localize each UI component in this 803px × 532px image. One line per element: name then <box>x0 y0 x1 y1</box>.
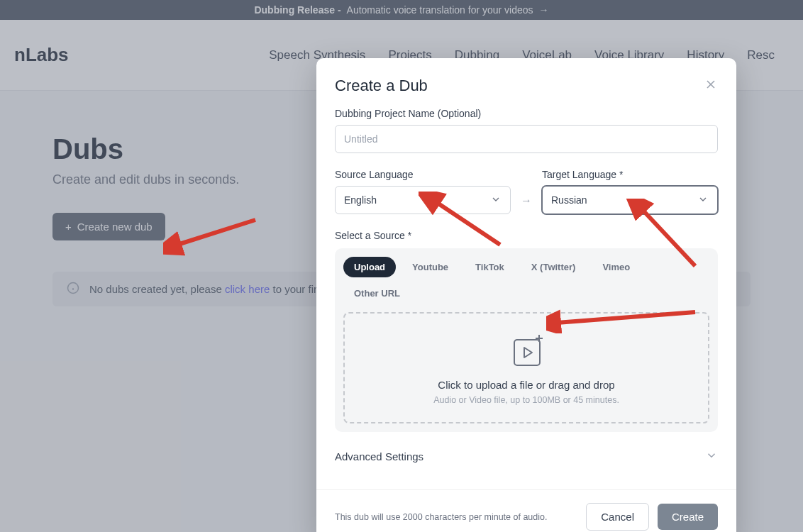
footer-note: This dub will use 2000 characters per mi… <box>335 512 547 522</box>
tab-upload[interactable]: Upload <box>343 257 396 277</box>
cancel-button[interactable]: Cancel <box>586 503 649 531</box>
target-language-select[interactable]: Russian <box>542 186 718 214</box>
tab-other-url[interactable]: Other URL <box>343 283 411 304</box>
advanced-label: Advanced Settings <box>335 450 423 462</box>
chevron-down-icon <box>490 194 502 207</box>
source-box: Upload Youtube TikTok X (Twitter) Vimeo … <box>335 248 718 432</box>
select-source-label: Select a Source * <box>335 230 718 241</box>
drop-sub-text: Audio or Video file, up to 100MB or 45 m… <box>359 395 694 405</box>
svg-rect-5 <box>514 340 540 365</box>
target-lang-label: Target Language * <box>542 169 718 180</box>
drop-main-text: Click to upload a file or drag and drop <box>359 379 694 391</box>
tab-tiktok[interactable]: TikTok <box>465 257 515 277</box>
chevron-down-icon <box>705 449 718 464</box>
close-icon[interactable] <box>704 77 718 94</box>
source-lang-col: Source Language English <box>335 169 511 214</box>
tab-youtube[interactable]: Youtube <box>402 257 459 277</box>
create-dub-modal: Create a Dub Dubbing Project Name (Optio… <box>316 58 736 532</box>
advanced-settings-toggle[interactable]: Advanced Settings <box>335 432 718 471</box>
project-name-input[interactable] <box>335 125 718 153</box>
arrow-right-icon: → <box>521 194 532 207</box>
create-button[interactable]: Create <box>658 504 718 530</box>
source-language-select[interactable]: English <box>335 186 511 214</box>
modal-header: Create a Dub <box>316 58 736 108</box>
tab-x[interactable]: X (Twitter) <box>521 257 587 277</box>
language-row: Source Language English → Target Languag… <box>335 169 718 214</box>
tab-vimeo[interactable]: Vimeo <box>592 257 641 277</box>
chevron-down-icon <box>697 194 709 207</box>
source-tabs: Upload Youtube TikTok X (Twitter) Vimeo … <box>343 257 709 304</box>
modal-body: Dubbing Project Name (Optional) Source L… <box>316 108 736 489</box>
modal-title: Create a Dub <box>335 77 428 95</box>
source-lang-value: English <box>344 194 377 206</box>
modal-footer: This dub will use 2000 characters per mi… <box>316 489 736 532</box>
project-name-label: Dubbing Project Name (Optional) <box>335 108 718 119</box>
file-drop-zone[interactable]: Click to upload a file or drag and drop … <box>343 312 709 423</box>
source-lang-label: Source Language <box>335 169 511 180</box>
target-lang-value: Russian <box>551 194 587 206</box>
svg-marker-6 <box>524 348 532 358</box>
video-upload-icon <box>508 333 545 369</box>
target-lang-col: Target Language * Russian <box>542 169 718 214</box>
